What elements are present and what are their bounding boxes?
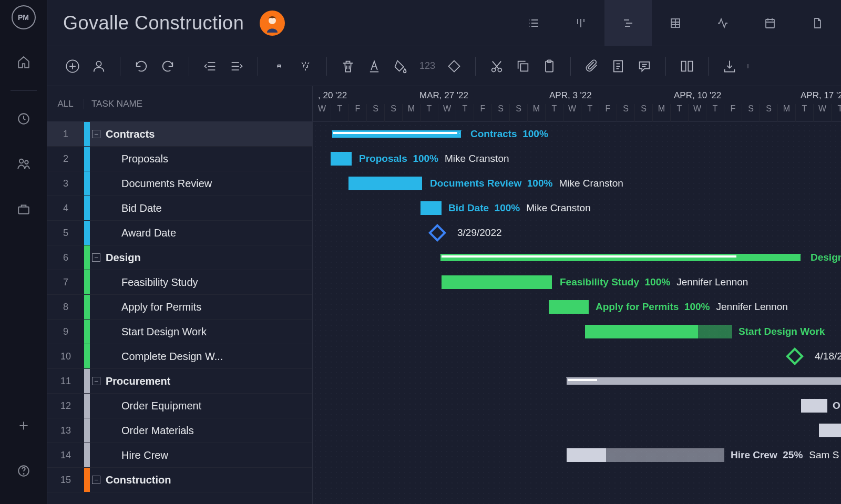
timeline-day-label: F	[348, 104, 366, 122]
add-task-button[interactable]	[63, 57, 82, 76]
column-task-name[interactable]: TASK NAME	[84, 99, 142, 109]
cut-button[interactable]	[487, 57, 506, 76]
gantt-task-bar[interactable]	[585, 325, 732, 338]
task-name-label: Design	[106, 252, 141, 264]
assign-button[interactable]	[89, 57, 108, 76]
text-color-button[interactable]	[365, 57, 384, 76]
milestone-marker[interactable]	[428, 224, 446, 242]
gantt-row: 4/18/20	[313, 344, 841, 369]
timeline-week-label: , 20 '22	[318, 90, 347, 101]
task-row[interactable]: 1−Contracts	[47, 122, 312, 147]
task-row[interactable]: 13Order Materials	[47, 418, 312, 443]
collapse-icon[interactable]: −	[92, 130, 100, 138]
milestone-label: 3/29/2022	[457, 226, 502, 240]
briefcase-icon[interactable]	[12, 197, 36, 221]
gantt-task-bar[interactable]	[801, 399, 827, 413]
task-row[interactable]: 12Order Equipment	[47, 394, 312, 418]
timeline-week-label: APR, 3 '22	[549, 90, 592, 101]
activity-view-tab[interactable]	[699, 0, 746, 46]
gantt-bar-label: Start Design Work	[739, 325, 825, 338]
collapse-icon[interactable]: −	[92, 253, 100, 262]
calendar-view-tab[interactable]	[746, 0, 794, 46]
more-button[interactable]	[746, 57, 753, 76]
columns-button[interactable]	[678, 57, 696, 76]
gantt-task-bar[interactable]	[420, 201, 442, 215]
people-icon[interactable]	[12, 152, 36, 176]
gantt-task-bar[interactable]	[819, 424, 841, 437]
help-icon[interactable]	[12, 459, 36, 483]
task-name-label: Contracts	[106, 128, 155, 140]
comment-button[interactable]	[635, 57, 654, 76]
task-number: 7	[47, 277, 84, 288]
gantt-task-bar[interactable]	[442, 275, 552, 289]
notes-button[interactable]	[609, 57, 628, 76]
timeline-day-label: T	[420, 104, 438, 122]
sheet-view-tab[interactable]	[652, 0, 699, 46]
task-number: 8	[47, 302, 84, 313]
gantt-bar-label: Documents Review 100%Mike Cranston	[430, 177, 623, 190]
svg-rect-14	[520, 64, 528, 71]
app-logo[interactable]: PM	[12, 5, 36, 29]
header: Govalle Construction	[47, 0, 841, 46]
gantt-view-tab[interactable]	[604, 0, 652, 46]
task-row[interactable]: 5Award Date	[47, 221, 312, 245]
undo-button[interactable]	[132, 57, 151, 76]
list-view-tab[interactable]	[510, 0, 557, 46]
task-name-label: Order Equipment	[121, 400, 201, 412]
column-all[interactable]: ALL	[47, 99, 84, 109]
fill-color-button[interactable]	[391, 57, 410, 76]
task-row[interactable]: 15−Construction	[47, 468, 312, 492]
task-number: 10	[47, 351, 84, 362]
gantt-task-bar[interactable]	[348, 177, 422, 190]
svg-rect-3	[18, 207, 29, 214]
gantt-parent-bar[interactable]	[440, 254, 801, 261]
task-row[interactable]: 6−Design	[47, 245, 312, 270]
task-row[interactable]: 2Proposals	[47, 147, 312, 171]
gantt-panel: , 20 '22MAR, 27 '22APR, 3 '22APR, 10 '22…	[313, 86, 841, 504]
collapse-icon[interactable]: −	[92, 377, 100, 385]
timeline-day-label: W	[813, 104, 831, 122]
gantt-parent-bar[interactable]	[567, 377, 841, 385]
gantt-row: Order	[313, 394, 841, 418]
project-title: Govalle Construction	[63, 12, 244, 34]
gantt-task-bar[interactable]	[549, 300, 589, 314]
task-row[interactable]: 3Documents Review	[47, 171, 312, 196]
timeline-day-label: T	[456, 104, 474, 122]
gantt-parent-bar[interactable]	[332, 130, 461, 138]
copy-button[interactable]	[514, 57, 532, 76]
svg-rect-18	[682, 61, 686, 71]
gantt-task-bar[interactable]	[567, 448, 724, 462]
milestone-marker[interactable]	[786, 347, 804, 365]
unlink-button[interactable]	[296, 57, 315, 76]
task-row[interactable]: 4Bid Date	[47, 196, 312, 221]
user-avatar[interactable]	[260, 11, 285, 36]
file-view-tab[interactable]	[794, 0, 841, 46]
collapse-icon[interactable]: −	[92, 476, 100, 484]
attach-button[interactable]	[582, 57, 601, 76]
outdent-button[interactable]	[201, 57, 220, 76]
milestone-button[interactable]	[445, 57, 464, 76]
gantt-body[interactable]: Contracts 100%Proposals 100%Mike Cransto…	[313, 122, 841, 504]
home-icon[interactable]	[12, 50, 36, 75]
redo-button[interactable]	[158, 57, 177, 76]
task-row[interactable]: 9Start Design Work	[47, 320, 312, 344]
import-button[interactable]	[720, 57, 739, 76]
task-row[interactable]: 10Complete Design W...	[47, 344, 312, 369]
task-color-stripe	[84, 418, 90, 443]
delete-button[interactable]	[339, 57, 357, 76]
task-row[interactable]: 7Feasibility Study	[47, 270, 312, 295]
task-number: 4	[47, 203, 84, 214]
task-row[interactable]: 14Hire Crew	[47, 443, 312, 468]
timeline-day-label: T	[831, 104, 841, 122]
add-icon[interactable]	[12, 414, 36, 438]
paste-button[interactable]	[540, 57, 559, 76]
gantt-task-bar[interactable]	[331, 152, 352, 166]
link-button[interactable]	[270, 57, 289, 76]
clock-icon[interactable]	[12, 107, 36, 131]
board-view-tab[interactable]	[557, 0, 604, 46]
indent-button[interactable]	[227, 57, 246, 76]
task-row[interactable]: 8Apply for Permits	[47, 295, 312, 320]
gantt-row: Proposals 100%Mike Cranston	[313, 147, 841, 171]
task-row[interactable]: 11−Procurement	[47, 369, 312, 394]
timeline-day-label: M	[402, 104, 420, 122]
